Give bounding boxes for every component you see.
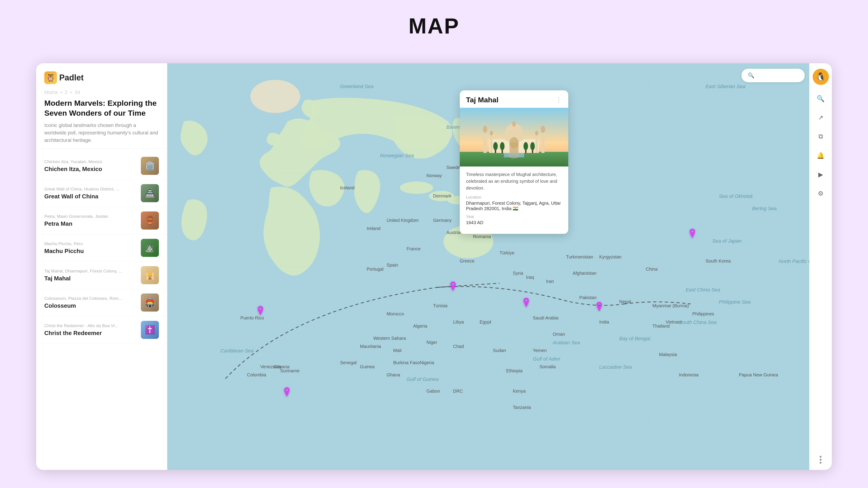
- thumb-icon: ⛰️: [141, 239, 159, 257]
- svg-point-37: [530, 142, 535, 150]
- svg-point-3: [400, 182, 433, 194]
- sidebar-item-petra[interactable]: Petra, Maan Governorate, Jordan Petra Ma…: [36, 207, 167, 234]
- sidebar-item-thumbnail: 🏯: [141, 184, 159, 202]
- gear-button[interactable]: ⚙: [813, 186, 828, 201]
- map-pin-taj-mahal[interactable]: [595, 302, 603, 311]
- sidebar-item-thumbnail: 🏺: [141, 212, 159, 230]
- map-pin-great-wall[interactable]: [688, 229, 696, 238]
- padlet-logo-text: Padlet: [59, 73, 84, 83]
- popup-image: [460, 108, 568, 166]
- svg-rect-29: [509, 143, 519, 153]
- popup-description: Timeless masterpiece of Mughal architect…: [466, 171, 562, 191]
- sidebar-item-machu-picchu[interactable]: Machu Picchu, Peru Machu Picchu ⛰️: [36, 234, 167, 262]
- map-area[interactable]: IcelandSwedenFinlandNorwayDenmarkUnited …: [167, 63, 832, 470]
- sidebar-item-info: Christ the Redeemer - Alto da Boa Vi... …: [44, 323, 136, 337]
- map-pin-petra[interactable]: [522, 298, 530, 307]
- sidebar-item-name: Taj Mahal: [44, 275, 136, 282]
- sidebar-item-name: Petra Man: [44, 220, 136, 227]
- right-toolbar: 🐧 🔍 ↗ ⧉ 🔔 ▶ ⚙ •••: [809, 63, 832, 470]
- sidebar-item-chichen-itza[interactable]: Chichen Itza, Yucatan, Mexico Chichen It…: [36, 152, 167, 180]
- svg-point-21: [483, 126, 487, 133]
- svg-point-19: [512, 121, 516, 127]
- page-title: MAP: [0, 0, 868, 52]
- thumb-icon: 🏯: [141, 184, 159, 202]
- svg-rect-24: [490, 134, 493, 153]
- search-icon: 🔍: [748, 72, 754, 78]
- sidebar-item-name: Chichen Itza, Mexico: [44, 166, 136, 173]
- sidebar-header: 🦉 Padlet Misha • 2 • 34 Modern Marvels: …: [36, 63, 167, 149]
- share-button[interactable]: ↗: [813, 110, 828, 125]
- popup-title: Taj Mahal: [466, 96, 498, 104]
- sidebar-item-location: Great Wall of China, Huairou District, .…: [44, 187, 136, 192]
- popup-year-label: Year: [466, 215, 562, 219]
- sidebar-item-name: Colosseum: [44, 302, 136, 309]
- popup-card: Taj Mahal ⋮: [460, 90, 568, 234]
- popup-menu-button[interactable]: ⋮: [556, 96, 562, 104]
- map-search[interactable]: 🔍: [741, 69, 805, 82]
- sidebar-item-location: Chichen Itza, Yucatan, Mexico: [44, 159, 136, 164]
- map-pin-colosseum[interactable]: [449, 282, 457, 291]
- sidebar-item-taj-mahal[interactable]: Taj Mahal, Dharmapuri, Forest Colony, ..…: [36, 262, 167, 289]
- svg-point-33: [500, 142, 504, 150]
- meta-count: 2: [65, 90, 67, 95]
- pin-dot: [688, 229, 696, 238]
- sidebar-item-thumbnail: ⛰️: [141, 239, 159, 257]
- popup-year-value: 1643 AD: [466, 220, 562, 225]
- svg-point-27: [535, 131, 538, 135]
- padlet-logo-icon: 🦉: [44, 71, 57, 84]
- popup-body: Timeless masterpiece of Mughal architect…: [460, 166, 568, 234]
- map-pin-chichen-itza[interactable]: [256, 306, 265, 315]
- sidebar-items-list: Chichen Itza, Yucatan, Mexico Chichen It…: [36, 149, 167, 470]
- sidebar-item-info: Great Wall of China, Huairou District, .…: [44, 187, 136, 200]
- board-title: Modern Marvels: Exploring the Seven Wond…: [44, 98, 159, 118]
- svg-rect-22: [541, 130, 545, 153]
- sidebar-item-location: Christ the Redeemer - Alto da Boa Vi...: [44, 323, 136, 328]
- sidebar-item-location: Taj Mahal, Dharmapuri, Forest Colony, ..…: [44, 269, 136, 273]
- sidebar: 🦉 Padlet Misha • 2 • 34 Modern Marvels: …: [36, 63, 167, 470]
- pin-dot: [522, 298, 530, 307]
- sidebar-item-info: Chichen Itza, Yucatan, Mexico Chichen It…: [44, 159, 136, 173]
- svg-rect-20: [484, 130, 487, 153]
- pin-dot: [449, 282, 457, 291]
- padlet-logo: 🦉 Padlet: [44, 71, 159, 84]
- main-content: 🦉 Padlet Misha • 2 • 34 Modern Marvels: …: [36, 63, 832, 470]
- sidebar-item-name: Machu Picchu: [44, 248, 136, 255]
- thumb-icon: 🏟️: [141, 293, 159, 312]
- svg-point-1: [250, 80, 301, 113]
- sidebar-item-thumbnail: 🏟️: [141, 293, 159, 312]
- avatar[interactable]: 🐧: [813, 69, 829, 85]
- svg-point-35: [524, 142, 528, 150]
- map-pin-christ-redeemer[interactable]: [283, 387, 291, 397]
- sidebar-item-thumbnail: 🕌: [141, 266, 159, 284]
- thumb-icon: 🏛️: [141, 157, 159, 175]
- board-description: Iconic global landmarks chosen through a…: [44, 122, 159, 144]
- sidebar-item-great-wall[interactable]: Great Wall of China, Huairou District, .…: [36, 180, 167, 207]
- sidebar-item-location: Machu Picchu, Peru: [44, 241, 136, 246]
- thumb-icon: 🕌: [141, 266, 159, 284]
- sidebar-item-name: Great Wall of China: [44, 193, 136, 200]
- sidebar-item-info: Colosseum, Piazza del Colosseo, Rom... C…: [44, 296, 136, 309]
- play-button[interactable]: ▶: [813, 167, 828, 182]
- svg-point-25: [490, 131, 493, 135]
- meta-extra: 34: [74, 90, 80, 95]
- sidebar-item-colosseum[interactable]: Colosseum, Piazza del Colosseo, Rom... C…: [36, 289, 167, 316]
- sidebar-item-location: Petra, Maan Governorate, Jordan: [44, 214, 136, 219]
- meta-user: Misha: [44, 90, 58, 95]
- sidebar-item-name: Christ the Redeemer: [44, 330, 136, 337]
- bell-button[interactable]: 🔔: [813, 148, 828, 163]
- more-options[interactable]: •••: [816, 455, 825, 464]
- sidebar-item-christ-redeemer[interactable]: Christ the Redeemer - Alto da Boa Vi... …: [36, 316, 167, 344]
- copy-button[interactable]: ⧉: [813, 129, 828, 144]
- padlet-meta: Misha • 2 • 34: [44, 90, 159, 95]
- popup-location-label: Location: [466, 195, 562, 200]
- sidebar-item-thumbnail: ✝️: [141, 321, 159, 339]
- thumb-icon: ✝️: [141, 321, 159, 339]
- svg-point-23: [541, 126, 545, 133]
- search-button[interactable]: 🔍: [813, 91, 828, 106]
- sidebar-item-info: Taj Mahal, Dharmapuri, Forest Colony, ..…: [44, 269, 136, 282]
- pin-dot: [256, 306, 265, 315]
- thumb-icon: 🏺: [141, 212, 159, 230]
- svg-rect-26: [535, 134, 538, 153]
- pin-dot: [595, 302, 603, 311]
- sidebar-item-info: Machu Picchu, Peru Machu Picchu: [44, 241, 136, 255]
